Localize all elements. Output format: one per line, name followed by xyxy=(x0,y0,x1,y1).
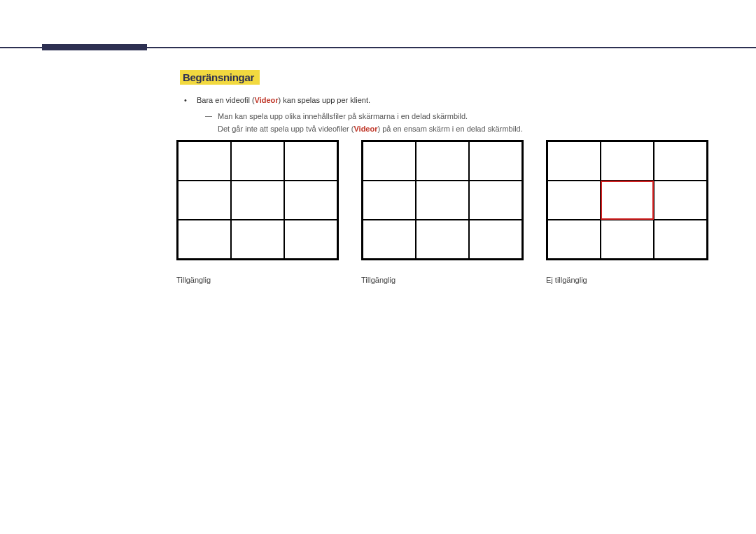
subline-1: Man kan spela upp olika innehållsfiler p… xyxy=(218,112,468,120)
grid-3 xyxy=(546,140,708,260)
top-thick-accent xyxy=(42,44,147,50)
grid-cell xyxy=(654,181,707,220)
grid-cell xyxy=(363,141,416,181)
grid-cell xyxy=(284,220,337,259)
grid-cell xyxy=(601,220,654,259)
grid-block-1: Tillgänglig xyxy=(176,140,339,284)
sub-item: Man kan spela upp olika innehållsfiler p… xyxy=(205,111,712,122)
subline2-before: Det går inte att spela upp två videofile… xyxy=(218,125,354,133)
grid-cell xyxy=(178,141,231,181)
sub-list: Man kan spela upp olika innehållsfiler p… xyxy=(197,111,712,122)
grid-cell xyxy=(547,220,601,259)
grid-cell xyxy=(654,141,707,181)
grid-cell xyxy=(416,220,469,259)
grid-cell xyxy=(363,181,416,220)
grid-cell xyxy=(547,181,601,220)
grids-row: Tillgänglig Tillgänglig Ej tillg xyxy=(176,140,708,284)
bullet-text-before: Bara en videofil ( xyxy=(197,96,255,104)
grid-cell xyxy=(284,181,337,220)
grid-cell xyxy=(469,141,522,181)
grid-1-caption: Tillgänglig xyxy=(176,276,339,284)
grid-cell xyxy=(654,220,707,259)
subline2-after: ) på en ensam skärm i en delad skärmbild… xyxy=(377,125,522,133)
list-item: Bara en videofil (Videor) kan spelas upp… xyxy=(180,94,712,135)
grid-cell xyxy=(416,181,469,220)
grid-cell xyxy=(231,141,284,181)
grid-cell xyxy=(416,141,469,181)
grid-cell xyxy=(231,181,284,220)
grid-2 xyxy=(361,140,524,260)
videor-keyword-2: Videor xyxy=(354,125,377,133)
restrictions-list: Bara en videofil (Videor) kan spelas upp… xyxy=(180,94,712,135)
grid-block-2: Tillgänglig xyxy=(361,140,524,284)
grid-cell xyxy=(469,220,522,259)
grid-cell xyxy=(178,220,231,259)
grid-cell xyxy=(231,220,284,259)
grid-cell-highlighted xyxy=(601,181,654,220)
grid-cell xyxy=(363,220,416,259)
sub-continuation: Det går inte att spela upp två videofile… xyxy=(197,123,712,135)
grid-cell xyxy=(178,181,231,220)
content-area: Begränsningar Bara en videofil (Videor) … xyxy=(180,70,712,139)
bullet-text-after: ) kan spelas upp per klient. xyxy=(279,96,370,104)
grid-2-caption: Tillgänglig xyxy=(361,276,524,284)
section-title: Begränsningar xyxy=(180,70,260,85)
videor-keyword: Videor xyxy=(255,96,279,104)
grid-1 xyxy=(176,140,339,260)
grid-cell xyxy=(601,141,654,181)
grid-cell xyxy=(547,141,601,181)
grid-block-3: Ej tillgänglig xyxy=(546,140,708,284)
grid-cell xyxy=(469,181,522,220)
grid-cell xyxy=(284,141,337,181)
grid-3-caption: Ej tillgänglig xyxy=(546,276,708,284)
